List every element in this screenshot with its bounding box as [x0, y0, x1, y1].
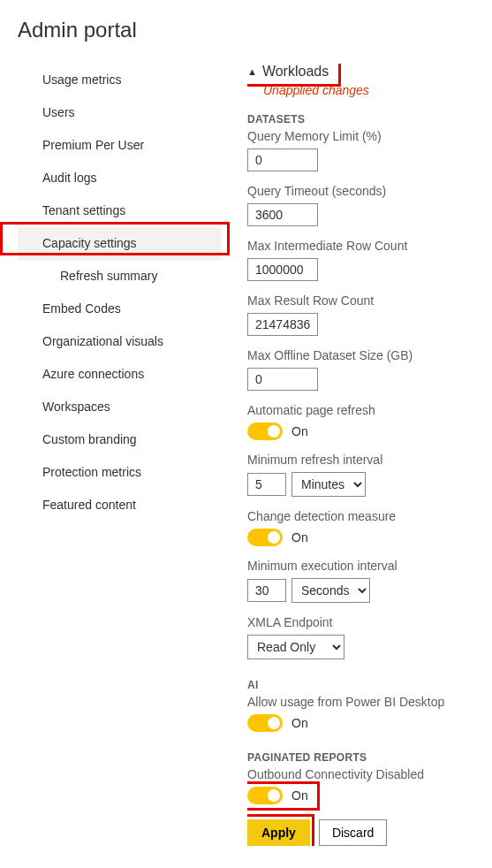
ai-allow-desktop-toggle[interactable] [247, 714, 283, 732]
sidebar-item-custom-branding[interactable]: Custom branding [18, 423, 221, 456]
sidebar-item-azure-connections[interactable]: Azure connections [18, 358, 221, 391]
sidebar-item-refresh-summary[interactable]: Refresh summary [18, 260, 221, 293]
query-timeout-input[interactable] [247, 203, 318, 226]
change-detection-toggle[interactable] [247, 529, 283, 546]
sidebar-item-workspaces[interactable]: Workspaces [18, 391, 221, 423]
outbound-toggle[interactable] [247, 787, 283, 804]
page-title: Admin portal [18, 18, 492, 42]
sidebar-item-featured-content[interactable]: Featured content [18, 489, 221, 522]
datasets-group-label: DATASETS [247, 113, 492, 126]
query-memory-label: Query Memory Limit (%) [247, 129, 492, 143]
paginated-group-label: PAGINATED REPORTS [247, 751, 492, 764]
query-timeout-label: Query Timeout (seconds) [247, 184, 492, 198]
highlight-capacity-settings [0, 222, 230, 255]
min-refresh-unit-select[interactable]: Minutes [291, 472, 366, 497]
change-detection-state: On [291, 530, 308, 544]
sidebar-item-embed-codes[interactable]: Embed Codes [18, 293, 221, 325]
max-intermediate-input[interactable] [247, 258, 318, 281]
auto-refresh-label: Automatic page refresh [247, 403, 492, 417]
max-result-input[interactable] [247, 313, 318, 336]
sidebar-item-organizational-visuals[interactable]: Organizational visuals [18, 325, 221, 358]
workloads-panel: ▲ Workloads Unapplied changes DATASETS Q… [247, 64, 492, 846]
max-result-label: Max Result Row Count [247, 293, 492, 308]
sidebar-item-users[interactable]: Users [18, 96, 221, 129]
sidebar-item-usage-metrics[interactable]: Usage metrics [18, 64, 221, 96]
auto-refresh-toggle[interactable] [247, 423, 283, 440]
ai-allow-desktop-label: Allow usage from Power BI Desktop [247, 695, 492, 709]
highlight-workloads-header [247, 64, 341, 87]
min-execution-unit-select[interactable]: Seconds [291, 578, 370, 603]
admin-sidebar: Usage metrics Users Premium Per User Aud… [18, 64, 221, 846]
ai-group-label: AI [247, 679, 492, 691]
sidebar-item-audit-logs[interactable]: Audit logs [18, 162, 221, 194]
discard-button[interactable]: Discard [319, 819, 387, 846]
sidebar-item-protection-metrics[interactable]: Protection metrics [18, 456, 221, 489]
xmla-select[interactable]: Read Only [247, 635, 344, 659]
min-refresh-label: Minimum refresh interval [247, 453, 492, 467]
max-offline-label: Max Offline Dataset Size (GB) [247, 348, 492, 362]
auto-refresh-state: On [291, 424, 308, 438]
max-offline-input[interactable] [247, 368, 318, 391]
outbound-label: Outbound Connectivity Disabled [247, 767, 492, 781]
query-memory-input[interactable] [247, 148, 318, 171]
min-execution-label: Minimum execution interval [247, 559, 492, 573]
ai-allow-desktop-state: On [291, 716, 308, 730]
xmla-label: XMLA Endpoint [247, 615, 492, 629]
min-refresh-input[interactable] [247, 473, 286, 496]
max-intermediate-label: Max Intermediate Row Count [247, 239, 492, 253]
change-detection-label: Change detection measure [247, 509, 492, 523]
sidebar-item-premium-per-user[interactable]: Premium Per User [18, 129, 221, 162]
min-execution-input[interactable] [247, 579, 286, 602]
highlight-apply-button [247, 814, 314, 846]
